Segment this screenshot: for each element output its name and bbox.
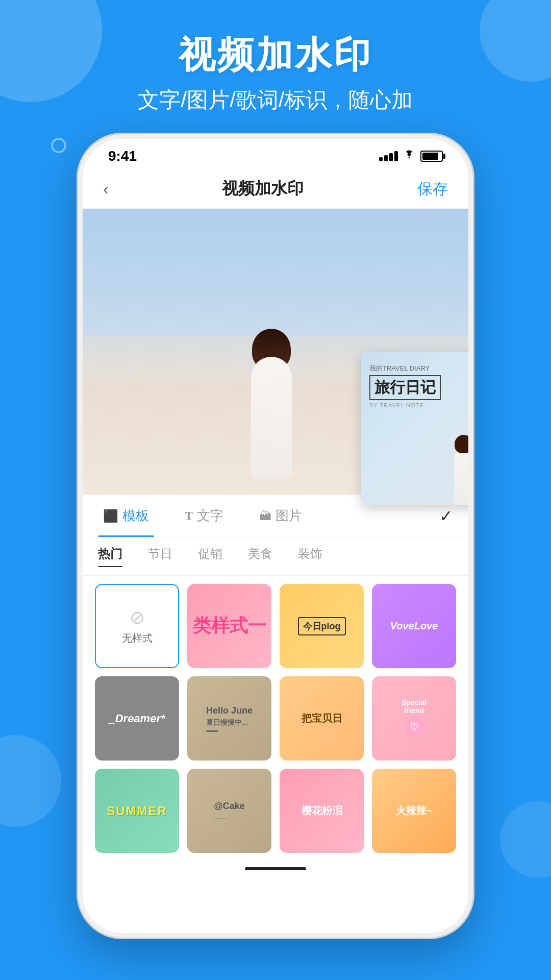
template-special-friend-text: Special friend ♡ [372,676,456,761]
signal-bar-3 [389,153,393,161]
template-dreamer-text: _Dreamer* [95,676,179,761]
sub-tab-bar: 热门 节日 促销 美食 装饰 [83,537,468,576]
water-waves [83,209,468,336]
sub-tab-food[interactable]: 美食 [248,546,272,567]
sub-tab-decor[interactable]: 装饰 [298,546,322,567]
header-area: 视频加水印 文字/图片/歌词/标识，随心加 [0,31,551,114]
wifi-icon [403,150,415,163]
tab-text-label: 文字 [197,507,223,525]
bg-dot-decoration [51,138,66,153]
no-style-icon: ⊘ [130,607,145,628]
template-dreamer[interactable]: _Dreamer* [95,676,179,761]
template-babao[interactable]: 把宝贝日 [280,676,364,761]
bg-decoration-br [500,801,551,878]
phone-notch [219,139,332,157]
template-hula-text: 火辣辣~ [372,769,456,853]
check-button[interactable]: ✓ [439,506,453,526]
signal-bar-1 [379,157,383,161]
template-summer[interactable]: SUMMER [95,769,179,853]
template-icon: ⬛ [103,509,118,523]
save-button[interactable]: 保存 [417,179,448,200]
phone-inner: 9:41 [83,139,468,933]
sub-tab-promo[interactable]: 促销 [198,546,222,567]
template-summer-text: SUMMER [95,769,179,853]
wm-top-text: 我的TRAVEL DIARY [369,364,443,373]
wm-chinese-text: 旅行日记 [369,375,441,400]
signal-icon [379,151,398,161]
template-3-content: VoveLove [372,584,456,668]
template-cake[interactable]: @Cake …… [187,769,271,853]
template-babao-text: 把宝贝日 [280,676,364,761]
status-icons [379,150,443,163]
battery-icon [420,151,443,162]
template-item-2[interactable]: 今日plog [280,584,364,668]
template-special-friend[interactable]: Special friend ♡ [372,676,456,761]
tab-image[interactable]: 🏔 图片 [254,495,307,537]
sub-tab-hot[interactable]: 热门 [98,546,122,567]
no-style-label: 无样式 [122,631,153,645]
template-hello-june[interactable]: Hello June 夏日慢慢中... [187,676,271,761]
template-yinghua[interactable]: 樱花粉泪 [280,769,364,853]
template-cake-text: @Cake …… [187,769,271,853]
template-hula[interactable]: 火辣辣~ [372,769,456,853]
header-subtitle: 文字/图片/歌词/标识，随心加 [0,86,551,114]
tab-image-label: 图片 [276,507,302,525]
battery-fill [422,153,438,160]
sub-tab-holiday[interactable]: 节日 [148,546,172,567]
person-figure [251,331,292,479]
template-2-content: 今日plog [280,584,364,668]
nav-title: 视频加水印 [222,178,304,200]
tab-template[interactable]: ⬛ 模板 [98,495,154,537]
template-1-content: 类样式一 [187,584,271,668]
back-button[interactable]: ‹ [103,180,109,199]
template-item-1[interactable]: 类样式一 [187,584,271,668]
image-icon: 🏔 [259,509,271,523]
template-item-3[interactable]: VoveLove [372,584,456,668]
text-icon: T [185,509,193,523]
tab-text[interactable]: T 文字 [180,495,229,537]
template-no-style[interactable]: ⊘ 无样式 [95,584,179,668]
tab-template-label: 模板 [122,507,149,525]
template-grid: ⊘ 无样式 类样式一 今日plog [83,576,468,861]
home-bar [245,867,306,870]
phone-mockup: 9:41 [77,133,474,939]
template-yinghua-text: 樱花粉泪 [280,769,364,853]
signal-bar-2 [384,155,388,161]
nav-bar: ‹ 视频加水印 保存 [83,169,468,209]
video-preview: 我的TRAVEL DIARY 旅行日记 BY TRAVEL NOTE [83,209,468,495]
phone-screen: 9:41 [83,139,468,933]
watermark-overlay-card: 我的TRAVEL DIARY 旅行日记 BY TRAVEL NOTE [361,352,468,505]
watermark-card-inner: 我的TRAVEL DIARY 旅行日记 BY TRAVEL NOTE [361,352,468,505]
signal-bar-4 [394,151,398,161]
template-hello-june-text: Hello June 夏日慢慢中... [187,676,271,761]
status-time: 9:41 [108,148,137,164]
bg-decoration-bl [0,735,61,827]
home-indicator [83,861,468,876]
phone-outer: 9:41 [77,133,474,939]
header-title: 视频加水印 [0,31,551,80]
wm-sub-text: BY TRAVEL NOTE [369,402,443,408]
